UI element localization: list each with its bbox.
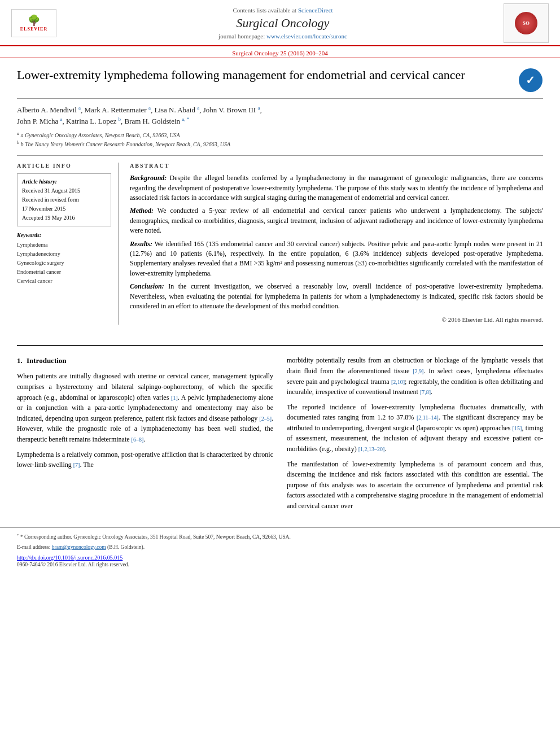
crossmark: ✓ (518, 67, 543, 93)
conclusion-text: In the current investigation, we observe… (130, 282, 543, 310)
email-footnote: E-mail address: bram@gynoncology.com (B.… (17, 543, 543, 551)
accepted-date: Accepted 19 May 2016 (22, 213, 106, 222)
results-text: We identified 165 (135 endometrial cance… (130, 240, 543, 277)
intro-heading-label: Introduction (27, 356, 67, 365)
background-text: Despite the alleged benefits conferred b… (130, 174, 543, 202)
keyword-lymphadenectomy: Lymphadenectomy (17, 250, 111, 259)
journal-logo-right: SO (504, 3, 549, 43)
keyword-cervical: Cervical cancer (17, 277, 111, 286)
keyword-lymphedema: Lymphedema (17, 241, 111, 250)
article-title: Lower-extremity lymphedema following man… (17, 67, 518, 84)
issn-line: 0960-7404/© 2016 Elsevier Ltd. All right… (17, 562, 543, 567)
elsevier-tree-art: 🌳 (28, 15, 40, 25)
intro-para-3: morbidity potentially results from an ob… (287, 355, 543, 397)
abstract-results: Results: We identified 165 (135 endometr… (130, 239, 543, 279)
doi-link[interactable]: http://dx.doi.org/10.1016/j.suronc.2016.… (17, 554, 123, 561)
keywords-section: Keywords: Lymphedema Lymphadenectomy Gyn… (17, 232, 111, 286)
sciencedirect-line: Contents lists available at ScienceDirec… (62, 7, 504, 14)
history-label: Article history: (22, 177, 106, 186)
method-text: We conducted a 5-year review of all endo… (130, 207, 543, 234)
top-citation: Surgical Oncology 25 (2016) 200–204 (0, 46, 560, 58)
crossmark-circle: ✓ (519, 68, 542, 92)
email-link[interactable]: bram@gynoncology.com (52, 544, 106, 550)
right-col: ABSTRACT Background: Despite the alleged… (130, 163, 543, 325)
abstract-method: Method: We conducted a 5-year review of … (130, 206, 543, 235)
intro-para-1: When patients are initially diagnosed wi… (17, 371, 273, 444)
intro-para-4: The reported incidence of lower-extremit… (287, 402, 543, 455)
background-label: Background: (130, 174, 167, 182)
article-history: Article history: Received 31 August 2015… (17, 173, 111, 226)
article-info-label: ARTICLE INFO (17, 163, 111, 169)
method-label: Method: (130, 207, 154, 215)
corresponding-author-note: * * Corresponding author. Gynecologic On… (17, 532, 543, 541)
intro-para-2: Lymphedema is a relatively common, post-… (17, 449, 273, 470)
article-body: Lower-extremity lymphedema following man… (0, 58, 560, 336)
abstract-label: ABSTRACT (130, 163, 543, 169)
keyword-gynecologic: Gynecologic surgery (17, 259, 111, 268)
intro-left-col: 1. Introduction When patients are initia… (17, 355, 273, 516)
intro-para-5: The manifestation of lower-extremity lym… (287, 459, 543, 512)
revised-date: 17 November 2015 (22, 204, 106, 213)
journal-center: Contents lists available at ScienceDirec… (62, 7, 504, 40)
doi-line: http://dx.doi.org/10.1016/j.suronc.2016.… (17, 554, 543, 561)
intro-heading: 1. Introduction (17, 355, 273, 366)
authors: Alberto A. Mendivil a, Mark A. Rettenmai… (17, 104, 543, 127)
homepage-link[interactable]: www.elsevier.com/locate/suronc (266, 33, 347, 40)
so-logo-circle: SO (515, 12, 537, 34)
article-footer: * * Corresponding author. Gynecologic On… (0, 527, 560, 568)
affiliations: a a Gynecologic Oncology Associates, New… (17, 130, 543, 149)
homepage-line: journal homepage: www.elsevier.com/locat… (62, 33, 504, 40)
intro-section: 1. Introduction When patients are initia… (0, 346, 560, 521)
intro-right-col: morbidity potentially results from an ob… (287, 355, 543, 516)
intro-number: 1. (17, 356, 23, 365)
abstract-background: Background: Despite the alleged benefits… (130, 173, 543, 203)
sciencedirect-link[interactable]: ScienceDirect (298, 7, 333, 14)
article-title-section: Lower-extremity lymphedema following man… (17, 67, 543, 99)
results-label: Results: (130, 240, 152, 248)
received-date: Received 31 August 2015 (22, 186, 106, 195)
keywords-label: Keywords: (17, 232, 111, 238)
copyright-line: © 2016 Elsevier Ltd. All rights reserved… (130, 316, 543, 325)
intro-two-col: 1. Introduction When patients are initia… (17, 355, 543, 516)
revised-label: Received in revised form (22, 195, 106, 204)
left-col: ARTICLE INFO Article history: Received 3… (17, 163, 119, 325)
article-info-abstract: ARTICLE INFO Article history: Received 3… (17, 155, 543, 325)
abstract-text: Background: Despite the alleged benefits… (130, 173, 543, 325)
elsevier-logo: 🌳 ELSEVIER (11, 9, 56, 37)
header-left: 🌳 ELSEVIER (11, 9, 62, 37)
keyword-endometrial: Endometrial cancer (17, 268, 111, 277)
elsevier-brand: ELSEVIER (20, 27, 47, 32)
conclusion-label: Conclusion: (130, 282, 164, 290)
journal-title-header: Surgical Oncology (62, 16, 504, 30)
journal-header: 🌳 ELSEVIER Contents lists available at S… (0, 0, 560, 46)
abstract-conclusion: Conclusion: In the current investigation… (130, 282, 543, 311)
